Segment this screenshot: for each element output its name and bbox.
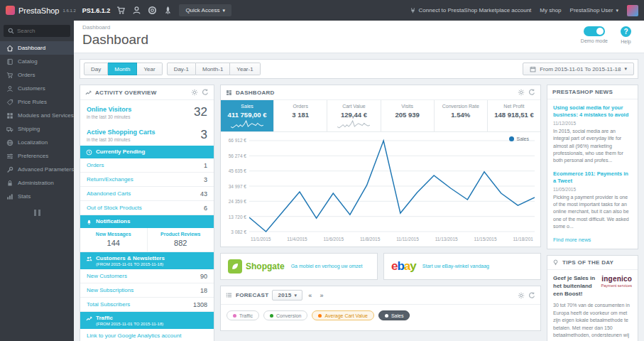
gear-icon[interactable] [191,89,198,96]
caret-down-icon: ▾ [222,8,225,13]
year-button[interactable]: Year [137,63,162,75]
new-messages-cell[interactable]: New Messages 144 [80,228,147,251]
legend-dot-icon [509,136,514,141]
sidebar-item-dashboard[interactable]: Dashboard [0,41,74,55]
demo-mode-toggle[interactable] [584,26,605,36]
sidebar-item-shipping[interactable]: Shipping [0,122,74,136]
toggle-traffic[interactable]: Traffic [227,310,259,320]
forecast-prev-button[interactable]: « [306,291,314,300]
toggle-sales[interactable]: Sales [378,310,410,320]
sidebar-item-label: Dashboard [18,45,45,51]
sidebar-item-preferences[interactable]: Preferences [0,149,74,163]
online-visitors-link[interactable]: Online Visitors [87,106,131,113]
refresh-icon[interactable] [528,89,535,96]
forecast-next-button[interactable]: » [318,291,326,300]
chart-up-icon [86,315,92,322]
sidebar-item-stats[interactable]: Stats [0,190,74,203]
rocket-icon[interactable] [163,6,173,15]
kpi-orders[interactable]: Orders 3 181 [274,100,327,131]
dashboard-panel-icon [226,90,232,96]
abandoned-carts-link[interactable]: Abandoned Carts [87,190,131,197]
forecast-title: FORECAST [236,292,268,298]
total-subscribers-link[interactable]: Total Subscribers [87,301,130,308]
orders-icon [6,72,13,79]
ebay-logo[interactable]: ebay [391,259,416,274]
news-article-title[interactable]: Ecommerce 101: Payments in a Tweet [553,170,632,185]
help-button[interactable]: ? [621,26,631,37]
pending-returns-value: 3 [204,176,207,183]
gear-icon[interactable] [518,292,525,299]
pending-orders-link[interactable]: Orders [87,162,104,168]
sidebar-collapse-button[interactable] [0,203,74,222]
sidebar-item-advanced-parameters[interactable]: Advanced Parameters [0,163,74,176]
kpi-cart-value[interactable]: Cart Value 129,44 € [327,100,381,131]
refresh-icon[interactable] [202,89,209,96]
month-button[interactable]: Month [108,63,137,75]
out-of-stock-link[interactable]: Out of Stock Products [87,205,142,211]
product-reviews-cell[interactable]: Product Reviews 882 [147,228,214,251]
toggle-conversion[interactable]: Conversion [263,310,307,320]
sidebar-item-modules-and-services[interactable]: Modules and Services [0,109,74,122]
new-subscriptions-link[interactable]: New Subscriptions [87,287,133,293]
sidebar-item-price-rules[interactable]: Price Rules [0,95,74,109]
cart-icon[interactable] [116,6,126,15]
marketplace-link[interactable]: Connect to PrestaShop Marketplace accoun… [410,7,532,13]
day-1-button[interactable]: Day-1 [167,63,196,75]
sidebar-item-label: Stats [18,193,31,200]
date-range-button[interactable]: From 2015-11-01 To 2015-11-18 ▾ [523,63,634,75]
shopgate-logo[interactable]: Shopgate [228,259,285,274]
kpi-label: Conversion Rate [436,104,486,109]
online-visitors-value: 32 [194,105,207,119]
my-shop-link[interactable]: My shop [540,7,561,13]
user-avatar[interactable] [627,5,638,16]
chart-legend[interactable]: Sales [509,136,529,141]
find-more-news-link[interactable]: Find more news [553,237,632,243]
day-button[interactable]: Day [84,63,108,75]
forecast-year-select[interactable]: 2015 ▾ [272,290,302,301]
total-subscribers-value: 1308 [193,301,207,308]
kpi-value: 411 759,00 € [222,111,272,119]
pending-returns-link[interactable]: Return/Exchanges [87,176,133,183]
month-1-button[interactable]: Month-1 [196,63,230,75]
sidebar-search[interactable] [4,25,70,37]
employee-icon[interactable] [132,6,141,15]
online-visitors-sub: in the last 30 minutes [87,114,131,119]
prestashop-logo[interactable]: PrestaShop 1.6.1.2 [6,6,76,15]
gear-icon[interactable] [518,89,525,96]
news-article-title[interactable]: Using social media for your business: 4 … [553,104,632,119]
new-subscriptions-value: 18 [200,287,207,294]
kpi-conversion-rate[interactable]: Conversion Rate 1.54% [435,100,488,131]
chart-plot[interactable] [249,138,535,234]
breadcrumb[interactable]: Dashboard [82,24,148,31]
sidebar-item-localization[interactable]: Localization [0,136,74,149]
chart-y-tick: 56 274 € [224,153,246,158]
shopgate-link[interactable]: Ga mobiel en verhoog uw omzet [291,263,363,269]
chart-y-tick: 45 635 € [224,168,246,173]
user-menu[interactable]: PrestaShop User ▾ [570,7,618,13]
sidebar-item-administration[interactable]: Administration [0,176,74,190]
traffic-title: Traffic [96,315,113,321]
active-carts-value: 3 [201,128,207,142]
refresh-icon[interactable] [528,292,535,299]
new-customers-link[interactable]: New Customers [87,273,127,279]
quick-access-button[interactable]: Quick Access ▾ [179,4,231,16]
kpi-visits[interactable]: Visits 205 939 [381,100,435,131]
active-carts-link[interactable]: Active Shopping Carts [87,129,155,136]
kpi-sales[interactable]: Sales 411 759,00 € [221,100,274,131]
dashboard-icon [6,45,13,52]
wrench-icon [6,166,13,173]
search-icon [8,28,14,34]
new-messages-value: 144 [82,239,146,247]
abandoned-carts-value: 43 [200,190,207,197]
kpi-net-profit[interactable]: Net Profit 148 918,51 € [488,100,540,131]
sidebar-item-orders[interactable]: Orders [0,68,74,82]
support-icon[interactable] [148,6,157,15]
search-input[interactable] [17,28,61,34]
shop-name[interactable]: PS1.6.1.2 [82,7,111,14]
sidebar-item-catalog[interactable]: Catalog [0,55,74,68]
toggle-average-cart-value[interactable]: Average Cart Value [312,310,373,320]
google-analytics-link[interactable]: Link to your Google Analytics account [87,332,181,339]
sidebar-item-customers[interactable]: Customers [0,82,74,95]
year-1-button[interactable]: Year-1 [230,63,260,75]
ebay-link[interactable]: Start uw eBay-winkel vandaag [422,263,489,269]
